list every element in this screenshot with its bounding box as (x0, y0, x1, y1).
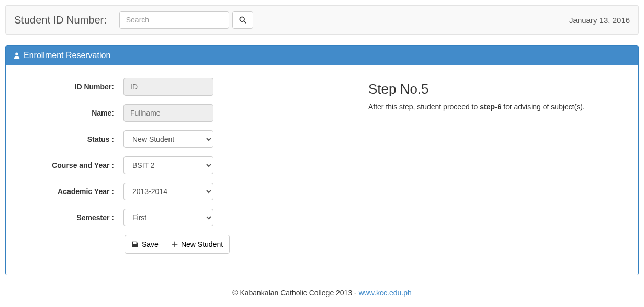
info-column: Step No.5 After this step, student proce… (353, 78, 628, 111)
footer-link[interactable]: www.kcc.edu.ph (359, 289, 412, 297)
panel-title: Enrollment Reservation (24, 51, 110, 60)
step-text-prefix: After this step, student proceed to (368, 103, 480, 111)
row-semester: Semester : First (16, 209, 353, 226)
id-field (123, 78, 213, 96)
name-field (123, 104, 213, 122)
row-acad-year: Academic Year : 2013-2014 (16, 183, 353, 200)
step-heading: Step No.5 (368, 81, 628, 97)
search-button[interactable] (232, 11, 253, 29)
row-id: ID Number: (16, 78, 353, 96)
course-year-select[interactable]: BSIT 2 (123, 156, 213, 174)
row-status: Status : New Student (16, 130, 353, 148)
plus-icon (172, 241, 178, 247)
save-button[interactable]: Save (125, 235, 165, 254)
enrollment-panel: Enrollment Reservation ID Number: Name: … (5, 45, 639, 275)
svg-point-2 (15, 53, 18, 56)
save-label: Save (142, 240, 159, 248)
semester-select[interactable]: First (123, 209, 213, 226)
new-student-label: New Student (181, 240, 223, 248)
label-status: Status : (16, 135, 123, 143)
acad-year-select[interactable]: 2013-2014 (123, 183, 213, 200)
footer-text: © Kabankalan Catholic College 2013 - (232, 289, 358, 297)
label-name: Name: (16, 109, 123, 117)
save-icon (131, 241, 139, 248)
label-semester: Semester : (16, 213, 123, 222)
row-name: Name: (16, 104, 353, 122)
new-student-button[interactable]: New Student (165, 235, 230, 254)
step-text: After this step, student proceed to step… (368, 103, 628, 111)
panel-body: ID Number: Name: Status : New Student Co… (6, 65, 638, 275)
status-select[interactable]: New Student (123, 130, 213, 148)
search-input[interactable] (119, 11, 229, 29)
svg-line-1 (244, 21, 246, 24)
label-course-year: Course and Year : (16, 161, 123, 169)
row-course-year: Course and Year : BSIT 2 (16, 156, 353, 174)
user-icon (13, 52, 20, 59)
label-acad-year: Academic Year : (16, 187, 123, 196)
step-text-suffix: for advising of subject(s). (501, 103, 585, 111)
footer: © Kabankalan Catholic College 2013 - www… (0, 280, 644, 300)
svg-rect-4 (172, 244, 178, 245)
form-column: ID Number: Name: Status : New Student Co… (16, 78, 353, 254)
step-text-bold: step-6 (480, 103, 501, 111)
label-id: ID Number: (16, 83, 123, 91)
svg-point-0 (240, 17, 244, 21)
student-id-label: Student ID Number: (14, 14, 107, 26)
search-icon (239, 16, 246, 24)
topbar: Student ID Number: January 13, 2016 (5, 5, 639, 35)
panel-header: Enrollment Reservation (6, 46, 638, 65)
date-text: January 13, 2016 (569, 16, 630, 25)
button-row: Save New Student (125, 235, 353, 254)
